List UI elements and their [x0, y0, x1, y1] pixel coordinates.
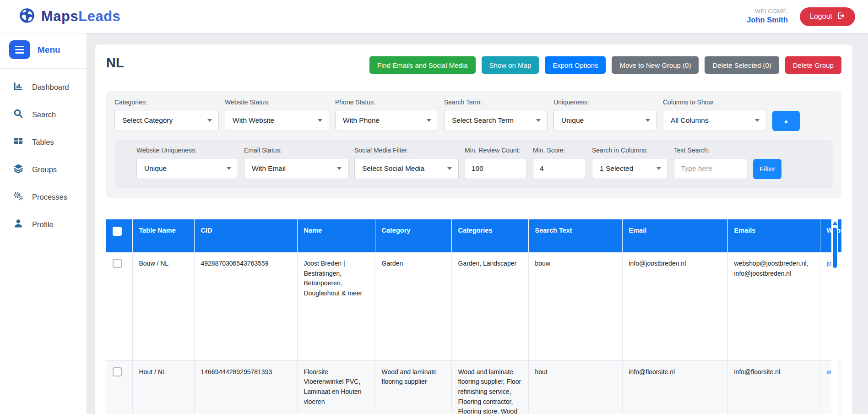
filter-label-categories: Categories: [114, 98, 219, 106]
min-score-input[interactable] [533, 158, 586, 179]
filter-label-phone-status: Phone Status: [335, 98, 438, 106]
bar-chart-icon [13, 81, 24, 93]
filter-label-uniqueness: Uniqueness: [553, 98, 657, 106]
sidebar-item-label: Dashboard [32, 83, 69, 92]
gears-icon [13, 191, 24, 203]
website-uniqueness-select[interactable]: Unique [136, 158, 238, 179]
uniqueness-select[interactable]: Unique [553, 110, 657, 131]
advanced-filters-panel: Website Uniqueness: Unique Email Status:… [114, 140, 833, 188]
column-header-name[interactable]: Name [297, 219, 375, 252]
cell-category: Garden [375, 252, 451, 360]
filter-label-website-uniqueness: Website Uniqueness: [136, 147, 238, 154]
scroll-up-icon[interactable] [832, 221, 838, 225]
column-header-search-text[interactable]: Search Text [528, 219, 622, 252]
sidebar-item-tables[interactable]: Tables [0, 128, 87, 156]
filter-label-text-search: Text Search: [674, 147, 747, 154]
chevron-down-icon [337, 167, 342, 170]
sidebar-item-processes[interactable]: Processes [0, 183, 87, 211]
cell-cid: 14669444289295781393 [194, 360, 297, 414]
delete-group-button[interactable]: Delete Group [785, 56, 841, 74]
brand-name: MapsLeads [41, 8, 120, 25]
row-checkbox[interactable] [113, 259, 122, 268]
hamburger-menu-button[interactable] [9, 40, 30, 59]
table-row: Hout / NL 14669444289295781393 Floorsite… [106, 360, 841, 414]
chevron-down-icon [656, 167, 661, 170]
column-header-emails[interactable]: Emails [727, 219, 820, 252]
filter-label-social-media: Social Media Filter: [354, 147, 459, 154]
cell-name: Floorsite Vloerenwinkel PVC, Laminaat en… [297, 360, 375, 414]
categories-select[interactable]: Select Category [114, 110, 219, 131]
logout-icon [836, 11, 845, 22]
min-review-count-input[interactable] [465, 158, 527, 179]
search-in-columns-select[interactable]: 1 Selected [592, 158, 668, 179]
sidebar-item-label: Groups [32, 165, 57, 174]
select-all-checkbox[interactable] [113, 227, 122, 236]
globe-icon [18, 7, 36, 26]
main-content: NL Find Emails and Social Media Show on … [87, 33, 868, 414]
sidebar-item-search[interactable]: Search [0, 101, 87, 128]
row-checkbox[interactable] [113, 367, 122, 376]
cell-email: info@joostbreden.nl [622, 252, 727, 360]
sidebar-item-label: Tables [32, 138, 54, 147]
phone-status-select[interactable]: With Phone [335, 110, 438, 131]
cell-categories: Garden, Landscaper [451, 252, 528, 360]
collapse-filters-button[interactable]: ▲ [772, 111, 800, 131]
export-options-button[interactable]: Export Options [545, 56, 606, 74]
sidebar-item-label: Search [32, 110, 56, 119]
logout-button[interactable]: Logout [800, 7, 855, 26]
cell-email: info@floorsite.nl [622, 360, 727, 414]
filter-label-email-status: Email Status: [244, 147, 348, 154]
columns-to-show-select[interactable]: All Columns [663, 110, 766, 131]
table-scrollbar[interactable] [831, 219, 838, 414]
cell-table-name: Bouw / NL [132, 252, 194, 360]
chevron-down-icon [318, 119, 322, 122]
cell-search-text: bouw [528, 252, 622, 360]
welcome-label: WELCOME, [747, 8, 788, 15]
chevron-down-icon [447, 167, 452, 170]
search-icon [13, 108, 24, 121]
logout-button-label: Logout [810, 12, 832, 21]
cell-table-name: Hout / NL [132, 360, 194, 414]
sidebar-item-label: Processes [32, 193, 67, 202]
layers-icon [13, 163, 24, 176]
delete-selected-button[interactable]: Delete Selected (0) [705, 56, 779, 74]
cell-category: Wood and laminate flooring supplier [375, 360, 451, 414]
search-term-select[interactable]: Select Search Term [444, 110, 548, 131]
action-buttons: Find Emails and Social Media Show on Map… [369, 56, 841, 74]
results-table: Table Name CID Name Category Categories … [106, 219, 841, 414]
cell-categories: Wood and laminate flooring supplier, Flo… [451, 360, 528, 414]
cell-emails: webshop@joostbreden.nl, info@joostbreden… [727, 252, 820, 360]
filter-label-search-term: Search Term: [444, 98, 548, 106]
column-header-categories[interactable]: Categories [451, 219, 528, 252]
move-to-new-group-button[interactable]: Move to New Group (0) [612, 56, 699, 74]
user-icon [13, 218, 24, 231]
chevron-down-icon [227, 167, 231, 170]
column-header-category[interactable]: Category [375, 219, 451, 252]
column-header-table-name[interactable]: Table Name [132, 219, 194, 252]
sidebar-item-groups[interactable]: Groups [0, 156, 87, 183]
sidebar-item-profile[interactable]: Profile [0, 211, 87, 238]
row-select-cell [106, 252, 132, 360]
text-search-input[interactable] [674, 158, 747, 179]
column-header-cid[interactable]: CID [194, 219, 297, 252]
filter-label-website-status: Website Status: [225, 98, 329, 106]
website-status-select[interactable]: With Website [225, 110, 329, 131]
email-status-select[interactable]: With Email [244, 158, 348, 179]
sidebar-divider [0, 68, 87, 69]
filter-label-min-review-count: Min. Review Count: [465, 147, 527, 154]
find-emails-button[interactable]: Find Emails and Social Media [369, 56, 476, 74]
sidebar-item-label: Profile [32, 220, 54, 229]
show-on-map-button[interactable]: Show on Map [482, 56, 539, 74]
filter-button[interactable]: Filter [753, 159, 781, 179]
sidebar: Menu Dashboard Search [0, 33, 87, 414]
chevron-down-icon [646, 119, 650, 122]
filter-label-min-score: Min. Score: [533, 147, 586, 154]
filter-label-search-in-columns: Search in Columns: [592, 147, 668, 154]
scrollbar-thumb[interactable] [833, 228, 837, 268]
brand-logo[interactable]: MapsLeads [18, 7, 120, 26]
sidebar-item-dashboard[interactable]: Dashboard [0, 73, 87, 101]
page-title: NL [106, 55, 124, 71]
column-header-email[interactable]: Email [622, 219, 727, 252]
cell-search-text: hout [528, 360, 622, 414]
social-media-filter-select[interactable]: Select Social Media [354, 158, 459, 179]
